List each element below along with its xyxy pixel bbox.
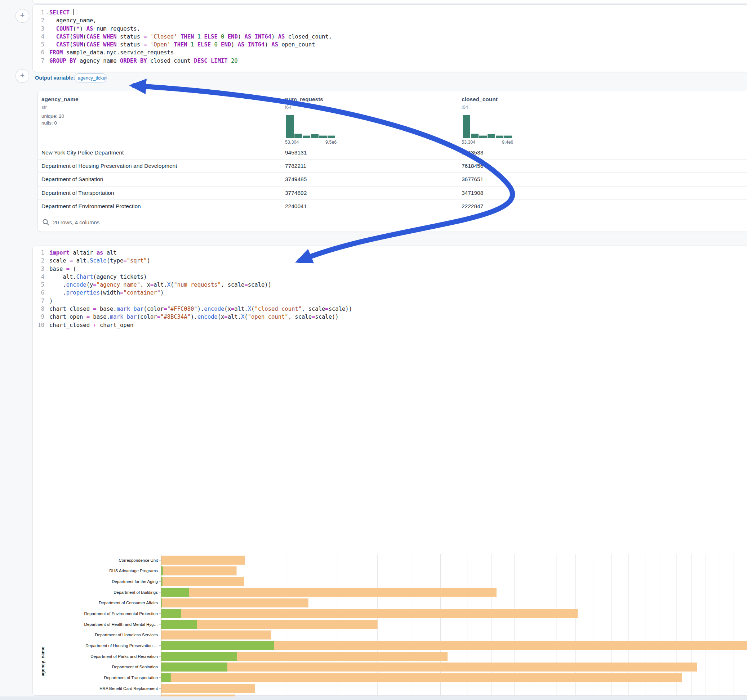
code-token (194, 41, 197, 48)
histogram-max-label: 9.4e6 (502, 140, 513, 145)
search-icon[interactable] (42, 219, 49, 226)
code-token: ) (265, 41, 271, 48)
line-number: 6 (35, 48, 44, 57)
code-line[interactable]: 6 .properties(width="container") (35, 289, 747, 297)
python-cell: 1import altair as alt2scale = alt.Scale(… (32, 246, 747, 695)
code-line[interactable]: 10chart_closed + chart_open (35, 321, 747, 329)
code-line[interactable]: 5 CAST(SUM(CASE WHEN status = 'Open' THE… (35, 41, 747, 48)
histogram-min-label: 53,304 (285, 140, 299, 145)
code-token: properties (66, 289, 100, 297)
dataframe-output-table: agency_namestrunique: 20nulls: 0num_requ… (38, 91, 747, 232)
table-row: Department of Transportation377489234719… (38, 186, 747, 200)
code-token: (color (137, 313, 157, 321)
code-token: chart_closed (49, 321, 93, 329)
code-line[interactable]: 2 agency_name, (35, 17, 747, 24)
bar-closed (161, 577, 244, 586)
code-token: ( (73, 25, 76, 33)
line-number: 8 (35, 305, 44, 313)
code-token: SELECT (49, 9, 70, 17)
collapse-chevron-icon[interactable]: ⌄ (44, 9, 49, 17)
code-token: alt. (234, 305, 248, 313)
table-cell: Department of Sanitation (41, 176, 103, 183)
table-cell: 9453131 (285, 149, 307, 156)
code-token: ). (191, 313, 198, 321)
code-token: . (49, 289, 66, 297)
code-token: "open_count" (248, 313, 288, 321)
table-cell: 3774892 (285, 190, 307, 196)
bar-open (161, 673, 171, 682)
code-line[interactable]: 1⌄SELECT (35, 9, 747, 17)
table-cell: 7782211 (285, 163, 306, 169)
code-token: 'Closed' (150, 33, 177, 41)
code-token: 1 (198, 33, 201, 41)
y-tick-label: HRA Benefit Card Replacement (100, 686, 158, 691)
code-token: FROM (49, 48, 63, 57)
line-number: 4 (35, 33, 44, 41)
code-token: "#8BC34A" (160, 313, 191, 321)
code-line[interactable]: 3⌄base = ( (35, 265, 747, 273)
code-token: "#FFC080" (167, 305, 198, 313)
bar-open (161, 609, 181, 618)
code-token: = (224, 313, 227, 321)
code-token (49, 25, 56, 33)
code-token: INT64 (254, 33, 271, 41)
output-variable-badge[interactable]: agency_tickets (74, 74, 107, 83)
y-tick-label: Department of Housing Preservation … (85, 643, 158, 648)
code-token (49, 33, 56, 41)
add-cell-button-top[interactable]: + (15, 9, 29, 23)
sql-code-editor[interactable]: 1⌄SELECT 2 agency_name,3 COUNT(*) AS num… (35, 9, 747, 65)
code-line[interactable]: 7) (35, 297, 747, 305)
code-line[interactable]: 4 alt.Chart(agency_tickets) (35, 273, 747, 281)
code-token: alt (103, 249, 116, 257)
python-code-editor[interactable]: 1import altair as alt2scale = alt.Scale(… (35, 249, 747, 329)
table-cell: 3677651 (461, 176, 483, 183)
code-token: sample_data.nyc.service_requests (63, 48, 174, 57)
code-line[interactable]: 3 COUNT(*) AS num_requests, (35, 25, 747, 33)
code-token: (width (100, 289, 120, 297)
code-token: status (117, 33, 144, 41)
code-token: chart_open (97, 321, 134, 329)
table-cell: 2240041 (285, 203, 307, 210)
code-line[interactable]: 2scale = alt.Scale(type="sqrt") (35, 257, 747, 265)
code-token: ( (70, 41, 73, 48)
code-token: = (66, 265, 70, 273)
table-cell: 7618456 (461, 163, 483, 169)
code-line[interactable]: 4 CAST(SUM(CASE WHEN status = 'Closed' T… (35, 33, 747, 41)
table-cell: Department of Transportation (41, 190, 114, 196)
code-line[interactable]: 7GROUP BY agency_name ORDER BY closed_co… (35, 57, 747, 65)
code-token: import (49, 249, 70, 257)
collapse-chevron-icon[interactable]: ⌄ (44, 266, 49, 273)
column-header: closed_count (461, 96, 497, 103)
add-cell-button-mid[interactable]: + (15, 69, 29, 83)
bar-closed (161, 609, 578, 618)
code-line[interactable]: 9chart_open = base.mark_bar(color="#8BC3… (35, 313, 747, 321)
code-token: ) (238, 33, 245, 41)
code-line[interactable]: 8chart_closed = base.mark_bar(color="#FF… (35, 305, 747, 313)
code-token: . (49, 281, 66, 289)
gutter-spacer (44, 49, 49, 57)
code-token: , scale (221, 281, 244, 289)
code-token: ) (147, 257, 150, 265)
code-token: COUNT (56, 25, 73, 33)
y-tick-label: Department of Consumer Affairs (99, 600, 158, 605)
code-token: closed_count, (285, 33, 332, 41)
code-token: CASE WHEN (86, 41, 117, 48)
gutter-spacer (44, 321, 49, 329)
code-token: , scale (288, 313, 312, 321)
code-token: ) (271, 33, 278, 41)
code-line[interactable]: 6FROM sample_data.nyc.service_requests (35, 48, 747, 57)
bar-open (161, 588, 189, 597)
y-tick-label: Department of Homeless Services (95, 633, 158, 637)
code-token: base (49, 265, 66, 273)
code-token: AS (271, 41, 278, 48)
previous-cell-edge (32, 0, 747, 3)
y-tick-label: Department of Sanitation (112, 665, 158, 669)
code-token: = (325, 305, 328, 313)
gutter-spacer (44, 313, 49, 321)
code-token: 20 (231, 57, 238, 65)
y-tick-label: Correspondence Unit (119, 558, 158, 563)
code-token: = (244, 281, 248, 289)
line-number: 6 (35, 289, 44, 297)
code-line[interactable]: 1import altair as alt (35, 249, 747, 257)
code-line[interactable]: 5 .encode(y="agency_name", x=alt.X("num_… (35, 281, 747, 289)
